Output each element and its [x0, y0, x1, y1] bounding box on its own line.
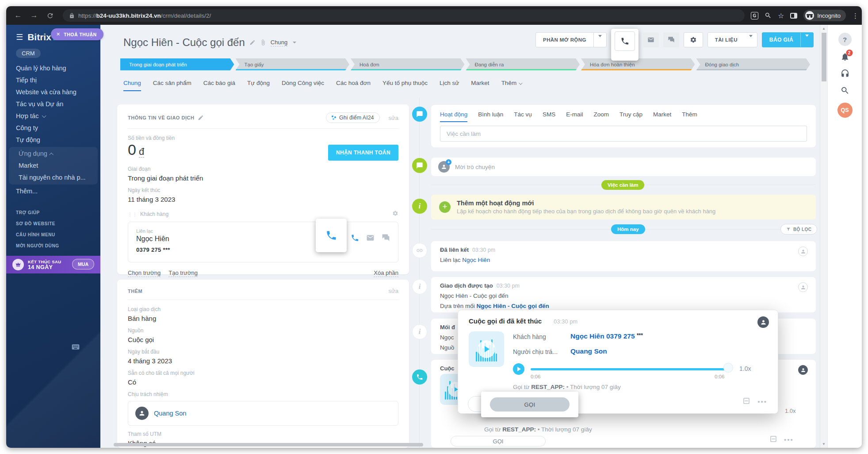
close-icon[interactable]: ✕ — [56, 31, 60, 37]
activity-tab-market[interactable]: Market — [653, 111, 671, 122]
sidebar-item-company[interactable]: Công ty — [6, 122, 100, 134]
sidebar-item-dev-resources[interactable]: Tài nguyên cho nhà p... — [9, 172, 98, 184]
vertical-scrollbar[interactable]: ▲ ▼ — [820, 25, 827, 448]
note-icon[interactable] — [742, 397, 750, 407]
note-icon[interactable] — [769, 435, 777, 445]
sidebar-item-tasks[interactable]: Tác vụ và Dự án — [6, 98, 100, 110]
browser-menu-icon[interactable]: ⋮ — [852, 15, 855, 17]
sidebar-item-automation[interactable]: Tự động — [6, 134, 100, 146]
available-value[interactable]: Có — [128, 378, 398, 386]
activity-tab-zoom[interactable]: Zoom — [593, 111, 609, 122]
responsible-name-link[interactable]: Quang Son — [154, 410, 186, 417]
edit-link[interactable]: sửa — [389, 115, 398, 121]
buy-button[interactable]: MUA — [72, 259, 94, 269]
call-recording-thumbnail[interactable] — [469, 331, 504, 367]
tab-history[interactable]: Lịch sử — [440, 80, 459, 91]
sidebar-item-websites[interactable]: Website và cửa hàng — [6, 86, 100, 98]
contact-call-icon[interactable] — [351, 234, 359, 242]
audio-progress-bar[interactable] — [531, 368, 729, 370]
sidebar-invite-users-link[interactable]: MỜI NGƯỜI DÙNG — [6, 240, 100, 251]
scroll-up-arrow[interactable]: ▲ — [820, 27, 827, 31]
settings-button[interactable] — [684, 32, 703, 47]
tab-products[interactable]: Các sản phẩm — [153, 80, 191, 91]
person-icon[interactable] — [757, 316, 769, 328]
quote-button[interactable]: BÁO GIÁ — [762, 32, 814, 47]
chat-button[interactable] — [663, 32, 679, 47]
user-avatar[interactable]: QS — [837, 103, 853, 118]
keyboard-icon[interactable] — [71, 342, 80, 353]
sidebar-sitemap-link[interactable]: SƠ ĐỒ WEBSITE — [6, 218, 100, 229]
activity-tab-comments[interactable]: Bình luận — [478, 111, 503, 122]
customer-settings-gear-icon[interactable] — [392, 210, 398, 218]
contact-email-icon[interactable] — [366, 234, 375, 242]
tab-dependencies[interactable]: Yếu tố phụ thuộc — [382, 80, 428, 91]
search-button[interactable] — [840, 86, 849, 95]
select-field-link[interactable]: Chọn trường — [128, 269, 161, 277]
sidebar-item-inventory[interactable]: Quản lý kho hàng — [6, 62, 100, 74]
tab-quotes[interactable]: Các báo giá — [203, 80, 235, 91]
stage-value[interactable]: Trong giai đoạn phát triển — [128, 174, 398, 182]
play-button[interactable] — [513, 363, 524, 375]
bookmark-star-icon[interactable]: ☆ — [778, 12, 784, 20]
sidebar-item-more[interactable]: Thêm... — [6, 185, 100, 197]
horizontal-scrollbar-thumb[interactable] — [114, 443, 423, 446]
sidebar-configure-menu-link[interactable]: CẤU HÌNH MENU — [6, 229, 100, 240]
documents-button[interactable]: TÀI LIỆU — [707, 32, 757, 47]
delete-section-link[interactable]: Xóa phần — [374, 269, 398, 277]
translate-icon[interactable]: G — [751, 12, 758, 19]
sidebar-item-market[interactable]: Market — [9, 160, 98, 172]
activity-tab-activity[interactable]: Hoạt động — [440, 111, 467, 122]
zoom-icon[interactable] — [765, 12, 772, 19]
activity-tab-email[interactable]: E-mail — [566, 111, 583, 122]
scrollbar-thumb[interactable] — [822, 33, 826, 81]
copy-link-icon[interactable] — [260, 39, 266, 46]
end-date-value[interactable]: 11 tháng 3 2023 — [128, 196, 398, 203]
customer-value[interactable]: Ngọc Hiên 0379 275 *** — [570, 332, 643, 340]
stage-in-progress[interactable]: Trong giai đoạn phát triển — [120, 58, 234, 70]
call-button[interactable] — [615, 31, 635, 51]
email-button[interactable] — [643, 32, 659, 47]
address-bar[interactable]: https://b24-uu33kh.bitrix24.vn/crm/deal/… — [63, 9, 745, 22]
create-field-link[interactable]: Tạo trường — [168, 269, 198, 277]
tab-market[interactable]: Market — [471, 80, 489, 91]
audio-progress-knob[interactable] — [723, 363, 733, 373]
tab-invoices[interactable]: Các hoá đơn — [336, 80, 371, 91]
sidebar-help-link[interactable]: TRỢ GIÚP — [6, 207, 100, 218]
contact-link[interactable]: Ngọc Hiên — [462, 257, 490, 263]
stage-create-docs[interactable]: Tạo giấy — [236, 58, 350, 70]
start-date-value[interactable]: 4 tháng 3 2023 — [128, 357, 398, 365]
forward-button[interactable]: → — [27, 9, 41, 22]
amount-value[interactable]: 0đ — [128, 141, 144, 158]
extensions-button[interactable]: PHẦN MỞ RỘNG — [535, 32, 607, 47]
trial-promo-banner[interactable]: KẾT THÚC SAU 14 NGÀY MUA — [6, 256, 100, 273]
contact-phone[interactable]: 0379 275 *** — [136, 246, 390, 253]
play-icon[interactable] — [478, 340, 495, 358]
back-button[interactable]: ← — [11, 9, 25, 22]
invite-chat-row[interactable]: + Mời trò chuyện — [431, 158, 816, 176]
more-icon[interactable]: ••• — [757, 398, 767, 405]
deal-type-value[interactable]: Bán hàng — [128, 315, 398, 322]
scroll-down-arrow[interactable]: ▼ — [820, 442, 827, 446]
tab-automation[interactable]: Tự động — [247, 80, 270, 91]
playback-speed[interactable]: 1.0x — [785, 408, 796, 414]
responsible-value[interactable]: Quang Son — [570, 347, 607, 355]
support-chat-button[interactable] — [840, 69, 849, 78]
playback-speed[interactable]: 1.0x — [739, 365, 751, 372]
tab-general[interactable]: Chung — [123, 80, 141, 91]
timeline-entry-created[interactable]: Giao dịch được tạo03:30 pm Ngọc Hiên - C… — [431, 277, 816, 312]
timeline-entry-linked[interactable]: Đã liên kết03:30 pm Liên lạc Ngọc Hiên — [431, 241, 816, 271]
receive-payment-button[interactable]: NHẬN THANH TOÁN — [328, 145, 398, 161]
edit-section-pencil-icon[interactable] — [198, 115, 204, 121]
activity-tab-more[interactable]: Thêm — [682, 111, 697, 122]
reload-button[interactable] — [43, 9, 57, 22]
edit-title-pencil-icon[interactable] — [249, 39, 256, 46]
deal-slider-tab[interactable]: ✕ THOẢ THUẬN — [51, 28, 103, 40]
call-back-button[interactable]: GỌI — [451, 436, 546, 446]
edit-link[interactable]: sửa — [389, 288, 398, 294]
deal-link[interactable]: Ngọc Hiên - Cuộc gọi đến — [477, 303, 549, 309]
notifications-button[interactable]: 2 — [840, 52, 849, 62]
sidebar-item-collaboration[interactable]: Hợp tác — [6, 110, 100, 122]
tab-more[interactable]: Thêm — [501, 80, 522, 91]
sidebar-item-marketing[interactable]: Tiếp thị — [6, 74, 100, 86]
tab-workflow[interactable]: Dòng Công việc — [282, 80, 324, 91]
